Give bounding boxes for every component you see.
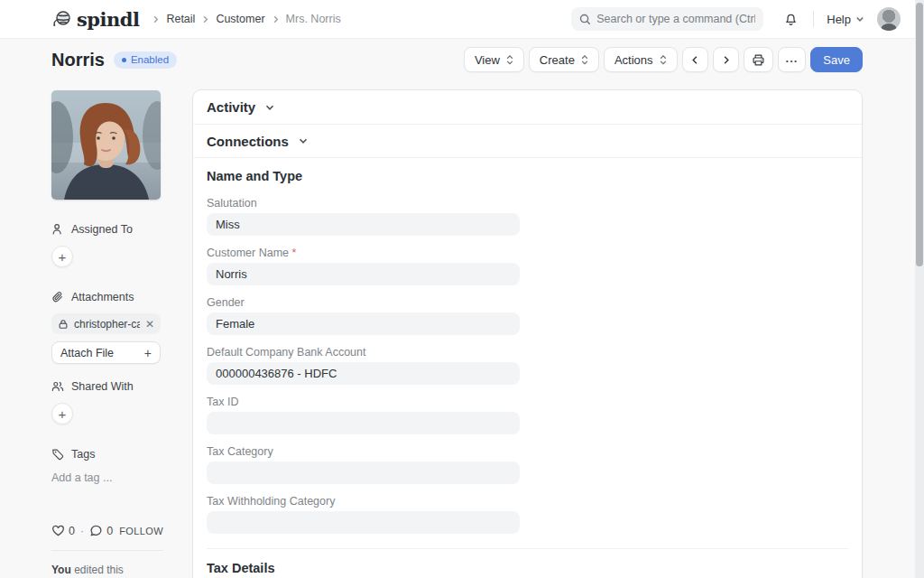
tax-withholding-category-input[interactable] [207,511,520,534]
tax-id-label: Tax ID [207,396,238,408]
attach-file-button[interactable]: Attach File + [51,341,161,364]
global-search[interactable] [571,7,763,31]
customer-form-card: Activity Connections Name and Type Salut… [192,89,863,578]
print-button[interactable] [744,47,773,72]
assigned-to-label: Assigned To [71,223,133,236]
tax-withholding-category-label: Tax Withholding Category [207,495,335,508]
required-marker: * [291,247,296,259]
next-record-button[interactable] [713,47,739,72]
person-icon [51,223,64,236]
tax-category-field: Tax Category [207,445,520,484]
chevron-down-icon [298,135,309,146]
follow-button[interactable]: FOLLOW [119,526,163,536]
social-row: 0 · 0 FOLLOW [51,524,163,537]
remove-attachment-icon[interactable]: ✕ [145,318,154,331]
user-avatar[interactable] [877,7,901,31]
customer-photo[interactable] [51,90,161,200]
edited-action: edited this [74,564,124,576]
gender-input[interactable] [207,312,520,335]
prev-record-button[interactable] [682,47,708,72]
edited-meta: You edited thisjust now [51,562,163,578]
comment-icon[interactable] [89,524,103,537]
attachment-filename: christopher-camp [74,318,140,331]
create-button-label: Create [540,53,575,67]
select-chevrons-icon [581,55,588,65]
status-badge: Enabled [114,51,177,69]
customer-name-field: Customer Name * [207,247,520,285]
likes-count: 0 [69,525,75,537]
activity-section-toggle[interactable]: Activity [193,90,862,125]
name-and-type-heading: Name and Type [207,169,848,183]
breadcrumb-retail[interactable]: Retail [166,13,195,25]
tax-details-heading: Tax Details [207,561,848,575]
help-label: Help [827,13,851,26]
save-button[interactable]: Save [810,47,863,72]
view-button[interactable]: View [464,47,524,72]
default-bank-account-input[interactable] [207,362,520,385]
notifications-bell-icon[interactable] [783,12,799,27]
plus-icon: + [144,346,152,360]
search-icon [579,14,591,25]
people-icon [51,380,64,393]
chevron-right-icon [152,15,160,23]
breadcrumb-customer[interactable]: Customer [216,13,264,25]
attachment-chip[interactable]: christopher-camp ✕ [51,313,161,334]
salutation-field: Salutation [207,197,520,236]
paperclip-icon [51,291,64,303]
help-menu[interactable]: Help [827,13,864,26]
app-logo[interactable]: spindl [51,8,139,31]
breadcrumb: Retail Customer Mrs. Norris [152,13,340,25]
tax-category-label: Tax Category [207,445,273,458]
add-tag-input[interactable]: Add a tag ... [51,471,163,484]
edited-by: You [51,564,71,576]
lock-icon [58,319,69,330]
connections-section-toggle[interactable]: Connections [193,125,862,158]
shared-with-section: Shared With [51,380,163,393]
attachments-label: Attachments [71,291,134,303]
gender-label: Gender [207,296,245,309]
tags-section: Tags [51,448,163,461]
connections-label: Connections [207,134,289,149]
select-chevrons-icon [660,55,667,65]
comments-count: 0 [106,525,113,537]
heart-icon[interactable] [51,524,65,537]
chevron-right-icon [272,15,280,23]
breadcrumb-current: Mrs. Norris [286,13,341,25]
activity-label: Activity [207,99,255,115]
save-button-label: Save [823,53,850,67]
tax-category-input[interactable] [207,461,520,484]
ellipsis-icon: ... [786,51,799,65]
status-badge-label: Enabled [131,54,169,65]
tax-withholding-category-field: Tax Withholding Category [207,495,520,534]
view-button-label: View [475,53,500,67]
count-separator: · [80,525,84,537]
top-bar: spindl Retail Customer Mrs. Norris [0,0,924,39]
assigned-to-section: Assigned To [51,223,163,236]
chevron-down-icon [855,14,864,23]
shared-with-label: Shared With [71,380,134,393]
add-share-button[interactable]: + [51,403,73,424]
actions-button[interactable]: Actions [604,47,678,72]
gender-field: Gender [207,296,520,335]
customer-name-label: Customer Name [207,247,289,259]
tax-id-input[interactable] [207,412,520,434]
scrollbar-thumb[interactable] [916,3,923,266]
section-divider [207,548,848,549]
printer-icon [752,53,765,67]
create-button[interactable]: Create [529,47,599,72]
customer-name-input[interactable] [207,263,520,285]
search-input[interactable] [596,13,755,25]
status-dot [122,58,126,62]
chevron-left-icon [690,55,700,65]
topbar-divider [813,11,814,27]
tag-icon [51,448,64,461]
select-chevrons-icon [506,55,513,65]
add-assignment-button[interactable]: + [51,246,73,267]
salutation-input[interactable] [207,213,520,236]
chevron-right-icon [721,55,731,65]
page-header: Norris Enabled View Create Actions [51,47,863,72]
yarn-logo-icon [51,8,73,30]
tax-id-field: Tax ID [207,396,520,434]
more-options-button[interactable]: ... [778,47,807,72]
chevron-down-icon [264,102,275,113]
